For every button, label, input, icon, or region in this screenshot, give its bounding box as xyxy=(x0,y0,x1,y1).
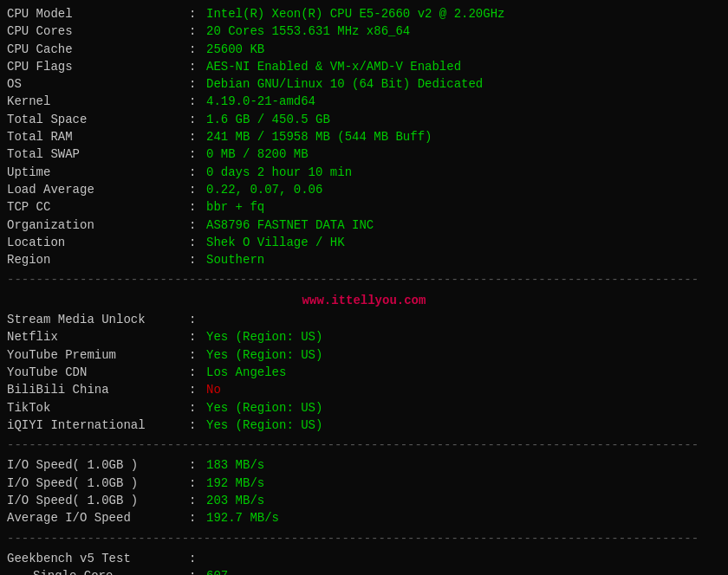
single-core-row: Single Core : 607 xyxy=(7,567,721,575)
cpu-model-colon: : xyxy=(189,5,206,23)
io-speed-2-value: 192 MB/s xyxy=(206,475,721,492)
os-value: Debian GNU/Linux 10 (64 Bit) Dedicated xyxy=(206,75,721,93)
bilibili-label: BiliBili China xyxy=(7,381,189,398)
total-space-label: Total Space xyxy=(7,111,189,128)
io-speed-2-label: I/O Speed( 1.0GB ) xyxy=(7,475,189,492)
iqiyi-colon: : xyxy=(189,417,206,434)
avg-io-speed-value: 192.7 MB/s xyxy=(206,509,721,527)
tiktok-colon: : xyxy=(189,399,206,417)
io-speed-3-colon: : xyxy=(189,492,206,509)
total-swap-row: Total SWAP : 0 MB / 8200 MB xyxy=(7,145,721,163)
uptime-colon: : xyxy=(189,164,206,181)
tcp-cc-colon: : xyxy=(189,198,206,216)
youtube-premium-colon: : xyxy=(189,346,206,364)
total-swap-value: 0 MB / 8200 MB xyxy=(206,145,721,163)
region-value: Southern xyxy=(206,251,721,268)
watermark: www.ittellyou.com xyxy=(7,292,721,309)
io-speed-2-colon: : xyxy=(189,475,206,492)
io-section: I/O Speed( 1.0GB ) : 183 MB/s I/O Speed(… xyxy=(7,456,721,527)
divider-1: ----------------------------------------… xyxy=(7,271,721,288)
io-speed-3-label: I/O Speed( 1.0GB ) xyxy=(7,492,189,509)
tiktok-label: TikTok xyxy=(7,399,189,417)
tiktok-row: TikTok : Yes (Region: US) xyxy=(7,399,721,417)
netflix-colon: : xyxy=(189,328,206,346)
io-speed-1-colon: : xyxy=(189,456,206,474)
avg-io-speed-row: Average I/O Speed : 192.7 MB/s xyxy=(7,509,721,527)
cpu-cache-colon: : xyxy=(189,41,206,58)
io-speed-1-value: 183 MB/s xyxy=(206,456,721,474)
netflix-row: Netflix : Yes (Region: US) xyxy=(7,328,721,346)
cpu-flags-row: CPU Flags : AES-NI Enabled & VM-x/AMD-V … xyxy=(7,58,721,75)
kernel-colon: : xyxy=(189,93,206,110)
cpu-model-value: Intel(R) Xeon(R) CPU E5-2660 v2 @ 2.20GH… xyxy=(206,5,721,23)
cpu-cache-value: 25600 KB xyxy=(206,41,721,58)
total-ram-colon: : xyxy=(189,128,206,145)
single-core-label: Single Core xyxy=(7,567,189,575)
cpu-flags-label: CPU Flags xyxy=(7,58,189,75)
kernel-row: Kernel : 4.19.0-21-amd64 xyxy=(7,93,721,110)
youtube-cdn-colon: : xyxy=(189,364,206,381)
youtube-cdn-row: YouTube CDN : Los Angeles xyxy=(7,364,721,381)
iqiyi-label: iQIYI International xyxy=(7,417,189,434)
organization-colon: : xyxy=(189,216,206,234)
cpu-model-label: CPU Model xyxy=(7,5,189,23)
os-label: OS xyxy=(7,75,189,93)
youtube-premium-row: YouTube Premium : Yes (Region: US) xyxy=(7,346,721,364)
geekbench-section: Geekbench v5 Test : Single Core : 607 Mu… xyxy=(7,550,721,575)
total-space-colon: : xyxy=(189,111,206,128)
location-colon: : xyxy=(189,234,206,251)
single-core-value: 607 xyxy=(206,567,721,575)
organization-label: Organization xyxy=(7,216,189,234)
load-average-value: 0.22, 0.07, 0.06 xyxy=(206,181,721,198)
kernel-value: 4.19.0-21-amd64 xyxy=(206,93,721,110)
single-core-colon: : xyxy=(189,567,206,575)
youtube-premium-label: YouTube Premium xyxy=(7,346,189,364)
geekbench-header-row: Geekbench v5 Test : xyxy=(7,550,721,567)
stream-section: Stream Media Unlock : Netflix : Yes (Reg… xyxy=(7,311,721,434)
cpu-flags-value: AES-NI Enabled & VM-x/AMD-V Enabled xyxy=(206,58,721,75)
load-average-row: Load Average : 0.22, 0.07, 0.06 xyxy=(7,181,721,198)
total-swap-label: Total SWAP xyxy=(7,145,189,163)
cpu-flags-colon: : xyxy=(189,58,206,75)
cpu-cores-label: CPU Cores xyxy=(7,23,189,40)
os-row: OS : Debian GNU/Linux 10 (64 Bit) Dedica… xyxy=(7,75,721,93)
cpu-cores-colon: : xyxy=(189,23,206,40)
youtube-cdn-label: YouTube CDN xyxy=(7,364,189,381)
io-speed-1-row: I/O Speed( 1.0GB ) : 183 MB/s xyxy=(7,456,721,474)
io-speed-2-row: I/O Speed( 1.0GB ) : 192 MB/s xyxy=(7,475,721,492)
bilibili-colon: : xyxy=(189,381,206,398)
tcp-cc-row: TCP CC : bbr + fq xyxy=(7,198,721,216)
total-space-value: 1.6 GB / 450.5 GB xyxy=(206,111,721,128)
geekbench-header-value xyxy=(206,550,721,567)
cpu-cache-label: CPU Cache xyxy=(7,41,189,58)
bilibili-value: No xyxy=(206,381,721,398)
io-speed-3-row: I/O Speed( 1.0GB ) : 203 MB/s xyxy=(7,492,721,509)
stream-header-value xyxy=(206,311,721,328)
uptime-value: 0 days 2 hour 10 min xyxy=(206,164,721,181)
tcp-cc-label: TCP CC xyxy=(7,198,189,216)
region-row: Region : Southern xyxy=(7,251,721,268)
cpu-cores-row: CPU Cores : 20 Cores 1553.631 MHz x86_64 xyxy=(7,23,721,40)
total-ram-value: 241 MB / 15958 MB (544 MB Buff) xyxy=(206,128,721,145)
region-label: Region xyxy=(7,251,189,268)
os-colon: : xyxy=(189,75,206,93)
stream-header-colon: : xyxy=(189,311,206,328)
netflix-value: Yes (Region: US) xyxy=(206,328,721,346)
netflix-label: Netflix xyxy=(7,328,189,346)
avg-io-speed-label: Average I/O Speed xyxy=(7,509,189,527)
location-row: Location : Shek O Village / HK xyxy=(7,234,721,251)
io-speed-3-value: 203 MB/s xyxy=(206,492,721,509)
uptime-row: Uptime : 0 days 2 hour 10 min xyxy=(7,164,721,181)
divider-2: ----------------------------------------… xyxy=(7,436,721,454)
cpu-cache-row: CPU Cache : 25600 KB xyxy=(7,41,721,58)
load-average-label: Load Average xyxy=(7,181,189,198)
io-speed-1-label: I/O Speed( 1.0GB ) xyxy=(7,456,189,474)
divider-3: ----------------------------------------… xyxy=(7,530,721,547)
stream-header-row: Stream Media Unlock : xyxy=(7,311,721,328)
system-section: CPU Model : Intel(R) Xeon(R) CPU E5-2660… xyxy=(7,5,721,268)
iqiyi-row: iQIYI International : Yes (Region: US) xyxy=(7,417,721,434)
total-space-row: Total Space : 1.6 GB / 450.5 GB xyxy=(7,111,721,128)
bilibili-row: BiliBili China : No xyxy=(7,381,721,398)
total-ram-label: Total RAM xyxy=(7,128,189,145)
location-label: Location xyxy=(7,234,189,251)
